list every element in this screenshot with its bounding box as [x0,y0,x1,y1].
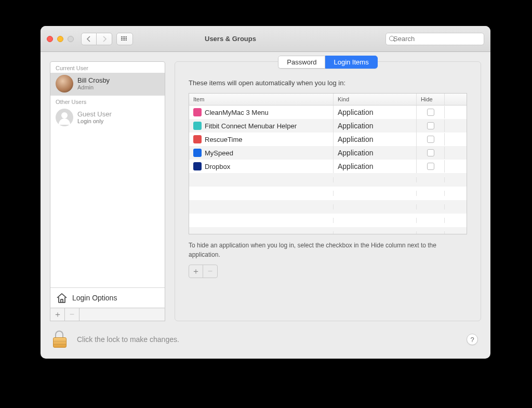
footer: Click the lock to make changes. ? [41,321,490,359]
user-role: Admin [77,84,110,90]
item-kind: Application [334,106,417,119]
tab-password[interactable]: Password [278,56,325,69]
table-row[interactable]: CleanMyMac 3 MenuApplication [189,106,467,119]
user-role: Login only [77,118,112,124]
users-sidebar: Current User Bill Crosby Admin Other Use… [50,61,165,308]
item-name: MySpeed [205,149,233,157]
hide-checkbox[interactable] [427,109,434,116]
table-body: CleanMyMac 3 MenuApplicationFitbit Conne… [189,106,467,234]
user-name: Bill Crosby [77,77,110,85]
col-item-header[interactable]: Item [189,94,334,105]
current-user-label: Current User [50,62,165,73]
item-name: Fitbit Connect Menubar Helper [205,122,297,130]
house-icon [56,292,68,304]
item-name: CleanMyMac 3 Menu [205,109,269,116]
minimize-window-button[interactable] [57,36,63,42]
login-options-label: Login Options [72,294,117,302]
item-name: RescueTime [205,136,242,143]
other-users-label: Other Users [50,96,165,107]
add-user-button[interactable]: ＋ [50,308,65,321]
item-kind: Application [334,133,417,146]
avatar [56,75,73,93]
main-pane: Password Login Items These items will op… [175,61,481,321]
app-icon [193,122,202,130]
tab-group: Password Login Items [278,56,377,69]
help-button[interactable]: ? [467,334,478,345]
table-row [189,227,467,234]
add-login-item-button[interactable]: ＋ [189,265,203,278]
add-remove-login-item: ＋ − [189,265,218,278]
app-icon [193,108,202,116]
hide-checkbox[interactable] [427,149,434,156]
table-row[interactable]: MySpeedApplication [189,146,467,160]
user-name: Guest User [77,111,112,119]
table-row [189,214,467,227]
nav-buttons [81,33,112,45]
grid-icon [121,36,128,42]
sidebar-user-guest[interactable]: Guest User Login only [50,107,165,129]
zoom-window-button[interactable] [68,36,74,42]
close-window-button[interactable] [47,36,53,42]
app-icon [193,149,202,157]
item-name: Dropbox [205,163,230,170]
col-kind-header[interactable]: Kind [334,94,417,105]
login-options-button[interactable]: Login Options [50,288,165,308]
window-controls [47,36,74,42]
table-row[interactable]: DropboxApplication [189,160,467,173]
table-row[interactable]: Fitbit Connect Menubar HelperApplication [189,119,467,133]
hide-checkbox[interactable] [427,136,434,143]
hide-checkbox[interactable] [427,163,434,170]
app-icon [193,162,202,170]
back-button[interactable] [81,33,97,45]
app-icon [193,135,202,143]
col-hide-header[interactable]: Hide [417,94,445,105]
search-input[interactable] [393,35,481,43]
search-icon [389,36,391,42]
table-row [189,187,467,200]
login-items-table: Item Kind Hide CleanMyMac 3 MenuApplicat… [189,93,467,234]
table-row [189,200,467,214]
preferences-window: Users & Groups Current User Bill Crosby … [41,26,490,359]
table-row[interactable]: RescueTimeApplication [189,133,467,146]
forward-button[interactable] [97,33,112,45]
sidebar-footer: ＋ − [50,308,165,321]
intro-text: These items will open automatically when… [189,79,467,87]
lock-icon[interactable] [53,331,68,348]
hide-checkbox[interactable] [427,122,434,129]
item-kind: Application [334,160,417,173]
table-header: Item Kind Hide [189,94,467,106]
search-field[interactable] [385,33,484,45]
table-row [189,173,467,187]
show-all-button[interactable] [116,33,133,45]
avatar-generic-icon [56,109,73,126]
item-kind: Application [334,146,417,160]
hide-hint-text: To hide an application when you log in, … [189,241,467,259]
lock-hint-text: Click the lock to make changes. [77,335,179,344]
item-kind: Application [334,119,417,133]
tab-login-items[interactable]: Login Items [325,56,377,69]
remove-login-item-button[interactable]: − [203,265,217,278]
window-title: Users & Groups [205,35,256,43]
sidebar-user-current[interactable]: Bill Crosby Admin [50,73,165,96]
remove-user-button[interactable]: − [65,308,79,321]
titlebar: Users & Groups [41,26,490,52]
